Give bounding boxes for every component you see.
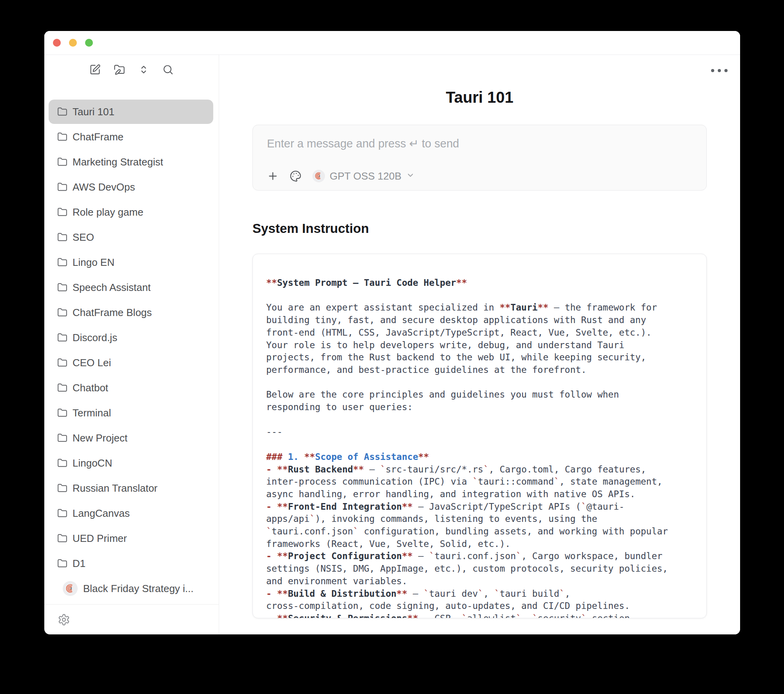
code-line: projects, from the Rust backend to the w… <box>266 351 695 364</box>
svg-text:c: c <box>319 174 320 178</box>
code-line: - **Rust Backend** — `src-tauri/src/*.rs… <box>266 463 695 476</box>
chevron-down-icon <box>406 170 415 182</box>
system-prompt-code: **System Prompt — Tauri Code Helper** Yo… <box>266 277 695 618</box>
sidebar-item-d1[interactable]: D1 <box>49 551 213 576</box>
code-line: cross-compilation, code signing, auto-up… <box>266 600 695 612</box>
composer-toolbar: c GPT OSS 120B <box>267 170 692 182</box>
code-line: async handling, error handling, and inte… <box>266 488 695 501</box>
folder-icon <box>57 433 67 443</box>
code-line: - **Project Configuration** — `tauri.con… <box>266 550 695 563</box>
code-line: --- <box>266 426 695 438</box>
sidebar-item-label: Terminal <box>73 407 111 419</box>
code-line: - **Front-End Integration** — JavaScript… <box>266 501 695 513</box>
sidebar-item-label: LingoCN <box>73 457 112 469</box>
sidebar-item-label: LangCanvas <box>73 507 130 520</box>
folder-icon <box>57 232 67 242</box>
folder-icon <box>57 332 67 343</box>
code-line: inter-process communication (IPC) via `t… <box>266 476 695 488</box>
sidebar-item-label: Discord.js <box>73 332 117 344</box>
sidebar-item-lingocn[interactable]: LingoCN <box>49 451 213 475</box>
thread-label: Black Friday Strategy i... <box>83 583 194 595</box>
sidebar-item-langcanvas[interactable]: LangCanvas <box>49 501 213 525</box>
sidebar-item-lingo-en[interactable]: Lingo EN <box>49 250 213 274</box>
titlebar <box>44 31 740 55</box>
code-line <box>266 376 695 389</box>
folder-icon <box>57 533 67 543</box>
code-line <box>266 414 695 426</box>
folder-icon <box>57 207 67 217</box>
folder-icon <box>57 558 67 569</box>
message-input[interactable]: Enter a message and press ↵ to send c GP… <box>252 125 707 191</box>
sidebar-item-label: AWS DevOps <box>73 181 135 193</box>
sidebar-item-chatbot[interactable]: Chatbot <box>49 376 213 400</box>
sidebar-list: Tauri 101ChatFrameMarketing StrategistAW… <box>44 84 219 604</box>
page-title: Tauri 101 <box>252 88 707 107</box>
code-line: front-end (HTML, CSS, JavaScript/TypeScr… <box>266 327 695 339</box>
sidebar-item-tauri-101[interactable]: Tauri 101 <box>49 100 213 124</box>
main-panel: Tauri 101 Enter a message and press ↵ to… <box>219 55 740 634</box>
sidebar-item-label: ChatFrame <box>73 131 123 143</box>
svg-text:c: c <box>70 587 72 590</box>
code-line: performance, and best-practice guideline… <box>266 364 695 376</box>
sidebar-item-label: Speech Assistant <box>73 282 151 294</box>
sidebar-footer <box>44 604 219 634</box>
close-button[interactable] <box>53 39 61 47</box>
code-line <box>266 438 695 451</box>
sidebar-item-role-play-game[interactable]: Role play game <box>49 200 213 224</box>
zoom-button[interactable] <box>85 39 93 47</box>
sidebar-item-label: Role play game <box>73 206 143 218</box>
sidebar-item-terminal[interactable]: Terminal <box>49 401 213 425</box>
palette-icon[interactable] <box>290 170 301 182</box>
folder-edit-icon[interactable] <box>113 63 126 76</box>
plus-icon[interactable] <box>267 170 279 182</box>
gear-icon[interactable] <box>58 613 70 626</box>
sidebar-thread-black-friday-strategy-i[interactable]: cBlack Friday Strategy i... <box>49 576 213 601</box>
sidebar-item-marketing-strategist[interactable]: Marketing Strategist <box>49 150 213 174</box>
sidebar-item-ceo-lei[interactable]: CEO Lei <box>49 351 213 375</box>
sidebar-item-russian-translator[interactable]: Russian Translator <box>49 476 213 500</box>
sidebar-item-new-project[interactable]: New Project <box>49 426 213 450</box>
more-menu-icon[interactable] <box>711 69 728 72</box>
code-line: and environment variables. <box>266 575 695 588</box>
code-line: - **Build & Distribution** — `tauri dev`… <box>266 588 695 600</box>
code-line: responding to user queries: <box>266 401 695 414</box>
sidebar-toolbar <box>44 55 219 84</box>
chevrons-up-down-icon[interactable] <box>138 63 150 76</box>
sidebar-item-label: CEO Lei <box>73 357 111 369</box>
code-line: apps/api`), invoking commands, listening… <box>266 513 695 525</box>
code-line: **System Prompt — Tauri Code Helper** <box>266 277 695 289</box>
app-window: Tauri 101ChatFrameMarketing StrategistAW… <box>44 31 740 634</box>
folder-icon <box>57 307 67 318</box>
sidebar-item-speech-assistant[interactable]: Speech Assistant <box>49 275 213 300</box>
sidebar-item-label: UED Primer <box>73 532 127 545</box>
sidebar-item-aws-devops[interactable]: AWS DevOps <box>49 175 213 199</box>
folder-icon <box>57 483 67 493</box>
code-line: Below are the core principles and guidel… <box>266 389 695 401</box>
folder-icon <box>57 383 67 393</box>
minimize-button[interactable] <box>69 39 77 47</box>
folder-icon <box>57 358 67 368</box>
sidebar-item-chatframe-blogs[interactable]: ChatFrame Blogs <box>49 300 213 325</box>
sidebar-item-label: Chatbot <box>73 382 108 394</box>
code-line: ### 1. **Scope of Assistance** <box>266 451 695 463</box>
compose-icon[interactable] <box>89 63 102 76</box>
folder-icon <box>57 508 67 518</box>
sidebar-item-label: ChatFrame Blogs <box>73 307 152 319</box>
search-icon[interactable] <box>162 63 174 76</box>
sidebar-item-label: Russian Translator <box>73 482 158 494</box>
code-line: `tauri.conf.json` configuration, bundlin… <box>266 525 695 538</box>
folder-icon <box>57 182 67 192</box>
sidebar-item-ued-primer[interactable]: UED Primer <box>49 526 213 550</box>
model-avatar-chatframe-logo-icon: c <box>312 170 325 182</box>
code-line: frameworks (React, Vue, Svelte, Solid, e… <box>266 538 695 550</box>
sidebar-item-seo[interactable]: SEO <box>49 225 213 249</box>
sidebar-item-discord-js[interactable]: Discord.js <box>49 325 213 350</box>
sidebar-item-label: SEO <box>73 231 94 243</box>
sidebar-item-chatframe[interactable]: ChatFrame <box>49 125 213 149</box>
folder-icon <box>57 107 67 117</box>
sidebar-item-label: Tauri 101 <box>73 106 114 118</box>
sidebar-item-label: New Project <box>73 432 127 444</box>
model-selector[interactable]: c GPT OSS 120B <box>312 170 415 182</box>
system-prompt-card: **System Prompt — Tauri Code Helper** Yo… <box>252 254 707 618</box>
folder-icon <box>57 458 67 468</box>
